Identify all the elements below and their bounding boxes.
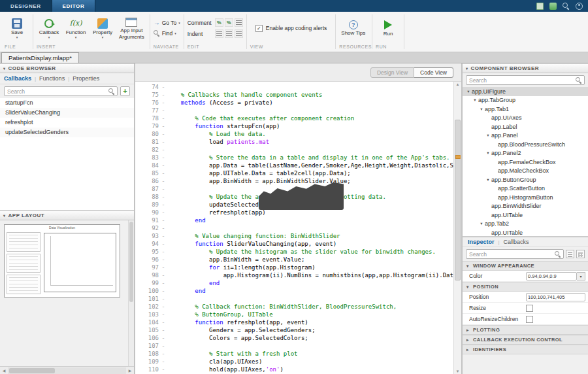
code-line[interactable]: 102- % Callback function: BinWidthSlider… [143, 303, 453, 311]
expand-arrow-icon[interactable]: ▾ [485, 133, 491, 138]
editor-scrollbar[interactable]: ▲ ▼ [453, 82, 461, 374]
scroll-down-icon[interactable]: ▼ [454, 369, 461, 373]
code-line[interactable]: 97- for ii=1:length(app.Histogram) [143, 264, 453, 271]
property-button[interactable]: Property ▾ [90, 18, 115, 39]
line-number[interactable]: 108 [143, 350, 160, 358]
inspector-section-header[interactable]: ▸PLOTTING [463, 325, 588, 335]
scroll-up-icon[interactable]: ▲ [454, 82, 461, 86]
component-search-input[interactable] [466, 77, 584, 84]
tree-item[interactable]: app.MaleCheckBox [463, 167, 588, 176]
code-line[interactable]: 86- app.BinWidth = app.BinWidthSlider.Va… [143, 177, 453, 185]
scrollbar-thumb[interactable] [455, 120, 461, 280]
code-line[interactable]: 82- [143, 146, 453, 154]
goto-button[interactable]: → Go To ▾ [154, 19, 180, 27]
run-button[interactable]: Run [376, 19, 400, 37]
code-line[interactable]: 100- end [143, 287, 453, 295]
code-browser-item[interactable]: refreshplot [0, 118, 134, 128]
coding-alerts-checkbox[interactable]: ✓ [255, 25, 263, 32]
line-number[interactable]: 109 [143, 358, 160, 366]
scroll-right-icon[interactable]: ▶ [126, 368, 134, 373]
tree-item[interactable]: app.BinWidthSlider [463, 202, 588, 211]
tree-item[interactable]: app.Label [463, 122, 588, 131]
line-number[interactable]: 103 [143, 311, 160, 318]
line-number[interactable]: 85 [143, 169, 160, 177]
code-line[interactable]: 81- load patients.mat [143, 138, 453, 146]
group-view-icon[interactable] [576, 250, 585, 258]
line-number[interactable]: 80 [143, 130, 160, 138]
inspector-section-header[interactable]: ▾POSITION [463, 282, 588, 292]
tree-item[interactable]: app.FemaleCheckBox [463, 158, 588, 167]
code-browser-header[interactable]: ▾ CODE BROWSER [0, 63, 134, 73]
component-browser-header[interactable]: ▾ COMPONENT BROWSER [463, 63, 588, 73]
app-input-arguments-button[interactable]: App Input Arguments [117, 16, 146, 41]
code-line[interactable]: 109- cla(app.UIAxes) [143, 358, 453, 366]
tree-item[interactable]: ▾app.Tab1 [463, 105, 588, 114]
color-dropdown[interactable]: ▾ [577, 272, 585, 280]
line-number[interactable]: 83 [143, 154, 160, 162]
code-line[interactable]: 75- % Callbacks that handle component ev… [143, 91, 453, 99]
scrollbar-thumb[interactable] [129, 222, 133, 302]
indent-left-button[interactable] [235, 29, 243, 38]
code-area[interactable]: 74-75- % Callbacks that handle component… [135, 83, 453, 374]
code-browser-search-input[interactable] [5, 88, 117, 95]
code-line[interactable]: 79- function startupFcn(app) [143, 122, 453, 130]
tab-properties[interactable]: Properties [73, 75, 99, 82]
tree-item[interactable]: app.UITable [463, 211, 588, 220]
tree-item[interactable]: app.UIAxes [463, 114, 588, 123]
tree-item[interactable]: ▾app.Tab2 [463, 220, 588, 229]
code-line[interactable]: 105- Genders = app.SelectedGenders; [143, 326, 453, 334]
comment-button[interactable]: % [215, 18, 223, 27]
line-number[interactable]: 87 [143, 185, 160, 193]
search-icon[interactable] [563, 3, 570, 10]
expand-arrow-icon[interactable]: ▾ [472, 97, 478, 103]
line-number[interactable]: 91 [143, 216, 160, 224]
line-number[interactable]: 94 [143, 240, 160, 248]
left-panel-hscrollbar[interactable]: ◀ ▶ [0, 366, 134, 374]
expand-arrow-icon[interactable]: ▾ [485, 177, 491, 182]
line-number[interactable]: 76 [143, 99, 160, 107]
indent-right-button[interactable] [225, 29, 233, 38]
code-line[interactable]: 78- % Code that executes after component… [143, 114, 453, 122]
line-number[interactable]: 100 [143, 287, 160, 295]
wrap-comments-button[interactable] [235, 18, 243, 27]
tab-designer[interactable]: DESIGNER [0, 0, 52, 12]
inspector-search-input[interactable] [466, 251, 563, 258]
expand-arrow-icon[interactable]: ▾ [465, 89, 472, 94]
callback-button[interactable]: Callback ▾ [37, 18, 61, 39]
coding-alerts-toggle[interactable]: ✓ Enable app coding alerts [250, 25, 333, 32]
tree-item[interactable]: ▾app.Panel [463, 131, 588, 141]
tree-item[interactable]: app.HistogramButton [463, 193, 588, 202]
hscroll-track[interactable] [8, 367, 126, 374]
tab-editor[interactable]: EDITOR [52, 0, 96, 12]
tree-item[interactable]: ▾app.UIFigure [463, 87, 588, 96]
code-view-button[interactable]: Code View [414, 67, 453, 78]
code-line[interactable]: 84- app.Data = table(LastName,Gender,Smo… [143, 162, 453, 169]
inspector-section-header[interactable]: ▸CALLBACK EXECUTION CONTROL [463, 335, 588, 345]
code-line[interactable]: 108- % Start with a fresh plot [143, 350, 453, 358]
code-browser-item[interactable]: updateSelectedGenders [0, 128, 134, 137]
resize-checkbox[interactable] [526, 305, 533, 312]
account-icon[interactable] [576, 3, 583, 10]
code-line[interactable]: 92- [143, 224, 453, 232]
code-line[interactable]: 76- methods (Access = private) [143, 99, 453, 107]
code-line[interactable]: 85- app.UITable.Data = table2cell(app.Da… [143, 169, 453, 177]
line-number[interactable]: 77 [143, 107, 160, 114]
code-line[interactable]: 95- % Update the histogram as the slider… [143, 248, 453, 256]
find-button[interactable]: Find ▾ [154, 29, 180, 38]
code-line[interactable]: 106- Colors = app.SelectedColors; [143, 334, 453, 342]
line-number[interactable]: 104 [143, 318, 160, 326]
code-line[interactable]: 80- % Load the data. [143, 130, 453, 138]
code-line[interactable]: 74- [143, 83, 453, 91]
expand-arrow-icon[interactable]: ▾ [478, 221, 485, 226]
expand-arrow-icon[interactable]: ▾ [485, 150, 491, 156]
design-view-button[interactable]: Design View [370, 67, 414, 78]
function-button[interactable]: Function ▾ [63, 18, 88, 39]
tree-item[interactable]: app.BloodPressureSwitch [463, 140, 588, 149]
app-layout-header[interactable]: ▾ APP LAYOUT [0, 211, 134, 220]
tree-item[interactable]: app.ScatterButton [463, 184, 588, 194]
tree-item[interactable]: ▾app.ButtonGroup [463, 175, 588, 184]
hscroll-thumb[interactable] [9, 368, 55, 373]
list-view-icon[interactable] [566, 250, 574, 258]
line-number[interactable]: 81 [143, 138, 160, 146]
apps-icon[interactable] [549, 3, 557, 10]
